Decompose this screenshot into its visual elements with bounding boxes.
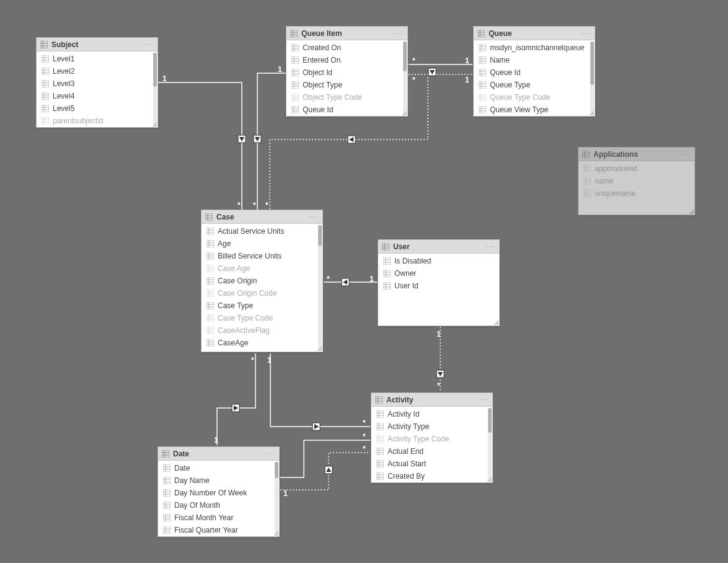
scrollbar-thumb[interactable] (403, 42, 407, 71)
entity-user[interactable]: User ··· Is Disabled Owner User Id (378, 239, 500, 326)
field-row[interactable]: Case Age (202, 262, 322, 275)
field-row[interactable]: Date (158, 462, 279, 474)
field-row[interactable]: Level1 (37, 53, 158, 65)
card-one-date2: 1 (283, 489, 288, 498)
field-row[interactable]: User Id (378, 280, 499, 292)
scrollbar[interactable] (275, 462, 278, 535)
entity-title: Queue (489, 29, 582, 38)
field-row[interactable]: Name (474, 54, 595, 66)
resize-handle[interactable] (151, 120, 157, 126)
field-row[interactable]: Case Origin (202, 275, 322, 287)
scrollbar[interactable] (590, 42, 594, 115)
scrollbar-thumb[interactable] (153, 53, 157, 87)
entity-header[interactable]: User ··· (378, 240, 499, 254)
entity-header[interactable]: Activity ··· (371, 393, 492, 407)
more-icon[interactable]: ··· (144, 43, 154, 47)
field-row[interactable]: Level5 (37, 102, 158, 115)
field-row[interactable]: Case Type Code (202, 312, 322, 324)
table-icon (382, 243, 389, 250)
field-row[interactable]: parentsubjectid (37, 115, 158, 127)
field-row[interactable]: Object Type Code (286, 91, 407, 104)
field-row[interactable]: Activity Type Code (371, 433, 492, 445)
scrollbar-thumb[interactable] (488, 408, 492, 433)
field-row[interactable]: Owner (378, 267, 499, 280)
resize-handle[interactable] (688, 208, 694, 214)
more-icon[interactable]: ··· (394, 32, 404, 35)
scrollbar[interactable] (318, 225, 322, 349)
field-row[interactable]: Is Disabled (378, 255, 499, 267)
field-row[interactable]: Fiscal Month Year (158, 512, 279, 524)
scrollbar-thumb[interactable] (590, 42, 594, 85)
field-row[interactable]: Level4 (37, 90, 158, 102)
field-row[interactable]: Billed Service Units (202, 250, 322, 262)
more-icon[interactable]: ··· (681, 153, 691, 156)
field-row[interactable]: Day Of Month (158, 499, 279, 512)
scrollbar[interactable] (153, 53, 157, 126)
field-row[interactable]: Day Number Of Week (158, 487, 279, 499)
more-icon[interactable]: ··· (266, 452, 275, 456)
field-row[interactable]: Actual End (371, 445, 492, 458)
entity-queue[interactable]: Queue ··· msdyn_isomnichannelqueue Name … (473, 26, 595, 117)
resize-handle[interactable] (492, 319, 499, 325)
more-icon[interactable]: ··· (486, 245, 495, 249)
field-row[interactable]: Level2 (37, 65, 158, 78)
field-row[interactable]: Queue View Type (474, 104, 595, 116)
field-row[interactable]: Queue Id (474, 66, 595, 79)
field-row[interactable]: name (579, 175, 695, 187)
column-icon (163, 489, 171, 497)
resize-handle[interactable] (588, 109, 594, 115)
entity-subject[interactable]: Subject ··· Level1 Level2 Level3 Level4 … (36, 37, 158, 128)
field-row[interactable]: Created By (371, 470, 492, 482)
resize-handle[interactable] (401, 109, 407, 115)
entity-activity[interactable]: Activity ··· Activity Id Activity Type A… (371, 392, 493, 483)
field-row[interactable]: Object Type (286, 79, 407, 91)
field-row[interactable]: CaseAge (202, 337, 322, 349)
column-icon (479, 44, 486, 51)
field-row[interactable]: Created On (286, 42, 407, 54)
entity-header[interactable]: Queue ··· (474, 27, 595, 40)
scrollbar[interactable] (488, 408, 492, 481)
column-icon (206, 277, 214, 285)
field-row[interactable]: Queue Id (286, 104, 407, 116)
field-label: Level3 (53, 79, 74, 88)
scrollbar-thumb[interactable] (318, 225, 322, 246)
field-row[interactable]: appmoduleid (579, 162, 695, 175)
field-row[interactable]: Object Id (286, 66, 407, 79)
more-icon[interactable]: ··· (479, 398, 489, 402)
field-row[interactable]: CaseActiveFlag (202, 324, 322, 337)
entity-title: User (393, 242, 486, 251)
field-row[interactable]: Activity Id (371, 408, 492, 420)
more-icon[interactable]: ··· (582, 32, 591, 35)
field-row[interactable]: uniquename (579, 187, 695, 200)
field-row[interactable]: Day Name (158, 474, 279, 487)
field-row[interactable]: Actual Service Units (202, 225, 322, 237)
scrollbar[interactable] (403, 42, 407, 115)
entity-applications[interactable]: Applications ··· appmoduleid name unique… (578, 147, 695, 215)
field-row[interactable]: msdyn_isomnichannelqueue (474, 42, 595, 54)
resize-handle[interactable] (272, 530, 278, 536)
entity-header[interactable]: Date ··· (158, 447, 279, 461)
entity-header[interactable]: Subject ··· (37, 38, 158, 51)
field-row[interactable]: Fiscal Quarter Year (158, 524, 279, 536)
more-icon[interactable]: ··· (309, 215, 319, 219)
entity-date[interactable]: Date ··· Date Day Name Day Number Of Wee… (158, 446, 280, 537)
field-row[interactable]: Queue Type Code (474, 91, 595, 104)
field-row[interactable]: Level3 (37, 78, 158, 90)
field-row[interactable]: Queue Type (474, 79, 595, 91)
resize-handle[interactable] (486, 476, 492, 482)
field-row[interactable]: Actual Start (371, 458, 492, 470)
field-row[interactable]: Case Type (202, 299, 322, 312)
resize-handle[interactable] (316, 345, 322, 351)
field-row[interactable]: Entered On (286, 54, 407, 66)
diagram-canvas[interactable]: 1 * 1 * * 1 * 1 * 1 * 1 * 1 * (0, 0, 728, 563)
entity-header[interactable]: Case ··· (202, 210, 322, 224)
entity-header[interactable]: Applications ··· (579, 148, 695, 161)
table-icon (477, 30, 485, 37)
field-row[interactable]: Case Origin Code (202, 287, 322, 299)
entity-queue-item[interactable]: Queue Item ··· Created On Entered On Obj… (286, 26, 408, 117)
field-row[interactable]: Activity Type (371, 420, 492, 433)
entity-header[interactable]: Queue Item ··· (286, 27, 407, 40)
field-row[interactable]: Age (202, 237, 322, 250)
scrollbar-thumb[interactable] (275, 462, 278, 478)
entity-case[interactable]: Case ··· Actual Service Units Age Billed… (201, 210, 323, 352)
